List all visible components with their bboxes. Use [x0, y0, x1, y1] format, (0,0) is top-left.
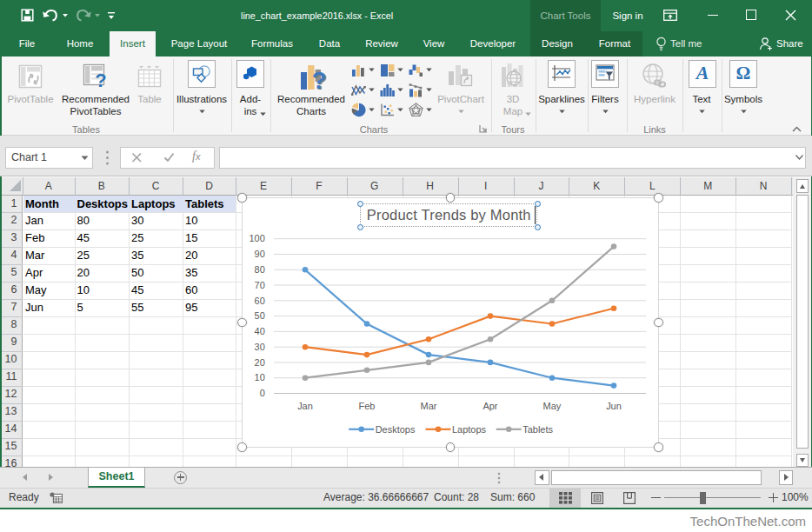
svg-text:100: 100 [249, 233, 264, 243]
svg-text:30: 30 [254, 342, 264, 352]
svg-text:Jun: Jun [606, 401, 622, 411]
svg-text:May: May [542, 401, 561, 411]
svg-text:Laptops: Laptops [452, 424, 487, 435]
svg-text:40: 40 [254, 326, 264, 336]
svg-text:70: 70 [254, 280, 264, 290]
svg-text:?: ? [95, 70, 106, 90]
svg-text:90: 90 [254, 249, 264, 259]
svg-text:?: ? [312, 68, 327, 93]
svg-text:80: 80 [254, 264, 264, 275]
svg-text:Apr: Apr [483, 401, 497, 411]
svg-text:Tablets: Tablets [522, 424, 553, 435]
svg-text:Mar: Mar [420, 401, 436, 411]
svg-text:60: 60 [254, 295, 264, 305]
svg-text:20: 20 [254, 356, 264, 367]
svg-text:50: 50 [254, 310, 264, 321]
svg-text:Feb: Feb [358, 401, 375, 411]
svg-text:0: 0 [259, 388, 264, 398]
svg-text:Desktops: Desktops [375, 424, 415, 435]
svg-text:10: 10 [254, 372, 264, 382]
svg-text:Jan: Jan [297, 401, 313, 411]
